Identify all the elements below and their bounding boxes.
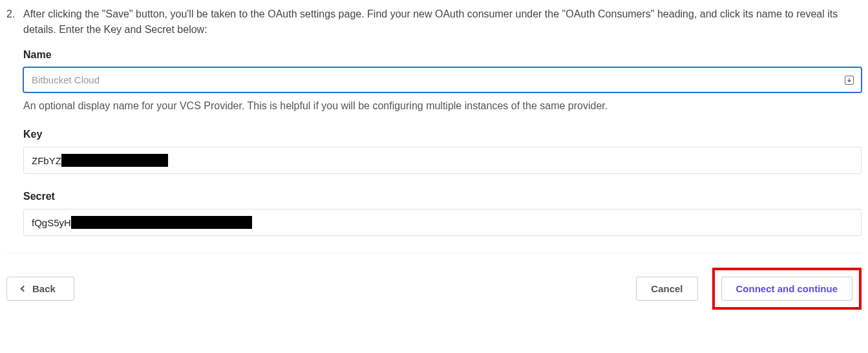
chevron-left-icon	[21, 286, 27, 292]
name-input[interactable]	[23, 67, 862, 92]
step-text: After clicking the "Save" button, you'll…	[23, 6, 862, 37]
secret-visible-value: fQgS5yH	[32, 217, 71, 228]
key-redaction	[61, 154, 168, 167]
key-label: Key	[23, 129, 862, 140]
name-label: Name	[23, 49, 862, 61]
key-visible-value: ZFbYZ	[32, 155, 61, 166]
connect-and-continue-button[interactable]: Connect and continue	[721, 277, 853, 301]
back-button[interactable]: Back	[6, 277, 74, 301]
secret-redaction	[71, 216, 252, 229]
step-number: 2.	[6, 6, 18, 37]
button-row: Back Cancel Connect and continue	[6, 268, 862, 310]
secret-input[interactable]: fQgS5yH	[23, 209, 862, 236]
step-instruction: 2. After clicking the "Save" button, you…	[6, 6, 862, 37]
section-divider	[6, 253, 862, 253]
key-input[interactable]: ZFbYZ	[23, 147, 862, 174]
secret-label: Secret	[23, 191, 862, 202]
back-button-label: Back	[32, 283, 56, 294]
connect-highlight: Connect and continue	[712, 268, 862, 310]
name-help-text: An optional display name for your VCS Pr…	[23, 100, 862, 112]
cancel-button[interactable]: Cancel	[636, 277, 697, 301]
